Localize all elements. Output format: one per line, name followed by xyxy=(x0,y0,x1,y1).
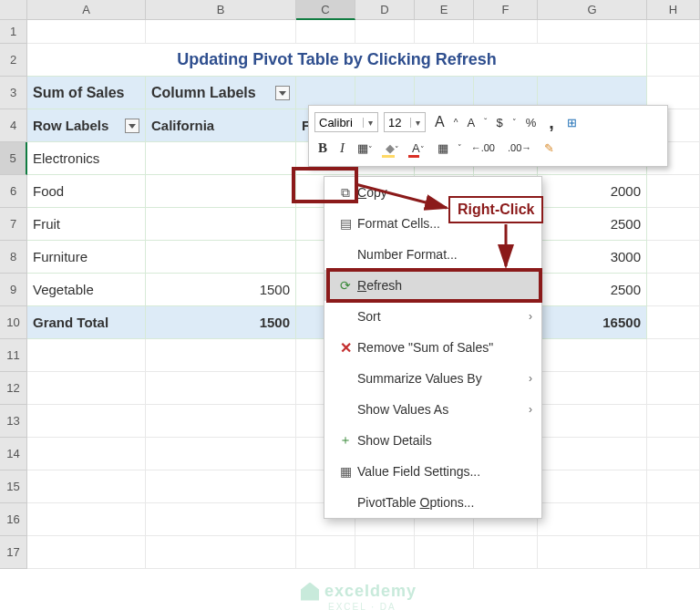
column-labels-dropdown-icon[interactable] xyxy=(275,86,290,100)
shrink-font-button[interactable]: A xyxy=(463,114,479,131)
comma-button[interactable]: , xyxy=(545,110,558,135)
col-header-G[interactable]: G xyxy=(538,0,647,20)
ctx-refresh[interactable]: ⟳ Refresh xyxy=(324,270,541,301)
pivot-row-electronics[interactable]: Electronics xyxy=(27,142,146,175)
page-title[interactable]: Updating Pivot Table by Clicking Refresh xyxy=(27,44,647,77)
row-header-4[interactable]: 4 xyxy=(0,109,27,142)
col-header-C[interactable]: C xyxy=(296,0,355,20)
row-header-9[interactable]: 9 xyxy=(0,274,27,306)
col-header-F[interactable]: F xyxy=(474,0,538,20)
row-1: 1 xyxy=(0,20,700,44)
table-format-button[interactable]: ▦ xyxy=(434,140,452,157)
pivot-grand-total-B[interactable]: 1500 xyxy=(146,306,296,339)
row-header-5[interactable]: 5 xyxy=(0,142,27,175)
copy-icon: ⧉ xyxy=(334,185,357,201)
border-button[interactable]: ⊞ xyxy=(563,114,581,131)
ctx-pivottable-options[interactable]: PivotTable Options... xyxy=(324,487,541,518)
font-name-combo[interactable]: ▾ xyxy=(314,112,378,132)
col-header-A[interactable]: A xyxy=(27,0,146,20)
ctx-show-details[interactable]: ＋ Show Details xyxy=(324,425,541,456)
ctx-show-values-as[interactable]: Show Values As › xyxy=(324,394,541,425)
pivot-col-california[interactable]: California xyxy=(146,109,296,142)
row-header-7[interactable]: 7 xyxy=(0,208,27,241)
close-icon: ✕ xyxy=(334,339,357,357)
font-size-combo[interactable]: ▾ xyxy=(384,112,426,132)
context-menu: ⧉ Copy ▤ Format Cells... Number Format..… xyxy=(324,176,542,519)
percent-button[interactable]: % xyxy=(522,114,540,131)
decrease-decimal-button[interactable]: ←.00 xyxy=(468,140,499,155)
chevron-right-icon: › xyxy=(529,372,532,385)
col-header-H[interactable]: H xyxy=(647,0,700,20)
refresh-icon: ⟳ xyxy=(334,278,357,293)
borders-dropdown-button[interactable]: ▦˅ xyxy=(354,140,376,157)
ctx-remove-sum[interactable]: ✕ Remove "Sum of Sales" xyxy=(324,332,541,363)
row-2: 2 Updating Pivot Table by Clicking Refre… xyxy=(0,44,700,77)
format-cells-icon: ▤ xyxy=(334,216,357,231)
row-17: 17 xyxy=(0,536,700,569)
bold-button[interactable]: B xyxy=(314,139,331,158)
col-header-D[interactable]: D xyxy=(355,0,415,20)
chevron-right-icon: › xyxy=(529,403,532,416)
ctx-sort[interactable]: Sort › xyxy=(324,301,541,332)
watermark: exceldemy EXCEL · DA xyxy=(301,582,417,601)
chevron-down-icon[interactable]: ▾ xyxy=(410,118,425,128)
pivot-grand-total-G[interactable]: 16500 xyxy=(538,306,647,339)
pivot-row-food[interactable]: Food xyxy=(27,175,146,208)
chevron-right-icon: › xyxy=(529,310,532,323)
font-color-button[interactable]: A˅ xyxy=(408,140,428,157)
settings-icon: ▦ xyxy=(334,464,357,479)
annotation-callout: Right-Click xyxy=(448,196,543,223)
fill-color-button[interactable]: ◆˅ xyxy=(382,140,403,157)
select-all-corner[interactable] xyxy=(0,0,27,20)
pivot-value-field-label[interactable]: Sum of Sales xyxy=(27,77,146,109)
column-headers-row: A B C D E F G H xyxy=(0,0,700,20)
ctx-value-field-settings[interactable]: ▦ Value Field Settings... xyxy=(324,456,541,487)
currency-button[interactable]: $ xyxy=(492,114,506,131)
ctx-number-format[interactable]: Number Format... xyxy=(324,239,541,270)
row-header-10[interactable]: 10 xyxy=(0,306,27,339)
pivot-grand-total-label[interactable]: Grand Total xyxy=(27,306,146,339)
ctx-summarize-values-by[interactable]: Summarize Values By › xyxy=(324,363,541,394)
col-header-E[interactable]: E xyxy=(415,0,474,20)
pivot-row-labels[interactable]: Row Labels xyxy=(27,109,146,142)
row-header-6[interactable]: 6 xyxy=(0,175,27,208)
chevron-down-icon[interactable]: ▾ xyxy=(363,118,377,128)
font-size-input[interactable] xyxy=(385,113,410,131)
mini-toolbar: ▾ ▾ A^ Aˇ $˅ % , ⊞ B I ▦˅ ◆˅ A˅ ▦˅ ←.00 … xyxy=(308,105,668,167)
row-labels-dropdown-icon[interactable] xyxy=(125,119,139,133)
watermark-logo-icon xyxy=(301,583,319,601)
pivot-row-furniture[interactable]: Furniture xyxy=(27,241,146,274)
pivot-row-fruit[interactable]: Fruit xyxy=(27,208,146,241)
format-painter-button[interactable]: ✎ xyxy=(540,140,558,157)
col-header-B[interactable]: B xyxy=(146,0,296,20)
row-header-1[interactable]: 1 xyxy=(0,20,27,44)
row-header-2[interactable]: 2 xyxy=(0,44,27,77)
increase-decimal-button[interactable]: .00→ xyxy=(504,140,535,155)
row-header-8[interactable]: 8 xyxy=(0,241,27,274)
italic-button[interactable]: I xyxy=(336,139,348,158)
pivot-column-labels[interactable]: Column Labels xyxy=(146,77,296,109)
expand-icon: ＋ xyxy=(334,432,357,449)
grow-font-button[interactable]: A xyxy=(431,112,448,132)
font-name-input[interactable] xyxy=(315,113,363,131)
pivot-row-vegetable[interactable]: Vegetable xyxy=(27,274,146,306)
row-header-3[interactable]: 3 xyxy=(0,77,27,109)
